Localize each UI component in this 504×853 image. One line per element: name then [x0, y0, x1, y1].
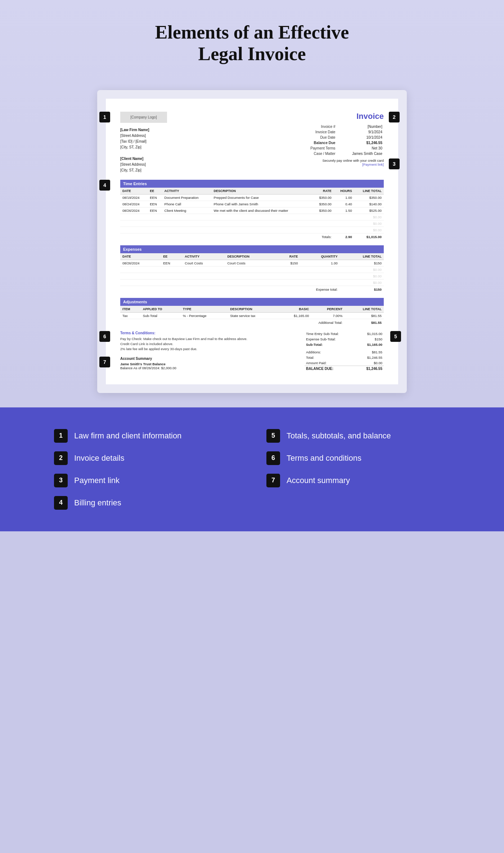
legend-text-6: Terms and conditions [287, 454, 361, 463]
table-row: $0.00 [120, 220, 384, 227]
additions-label: Additions: [305, 349, 356, 355]
th-line-total: LINE TOTAL [354, 188, 384, 195]
account-summary-section: 7 Account Summary Jame Smith's Trust Bal… [120, 357, 296, 370]
th-description: DESCRIPTION [212, 188, 312, 195]
invoice-date-label: Invoice Date [297, 129, 337, 135]
table-row: 08/26/2024 EEN Court Costs Court Costs $… [120, 260, 384, 266]
table-row: $0.00 [120, 273, 384, 279]
th-activity: ACTIVITY [162, 188, 212, 195]
due-date-row: Due Date 10/1/2024 [297, 135, 384, 140]
terms-section: 6 Terms & Conditions: Pay by Check: Make… [120, 331, 296, 352]
legend-badge-1: 1 [54, 429, 68, 443]
legend-section: 1 Law firm and client information 5 Tota… [0, 407, 504, 531]
table-row: 08/26/2024 EEN Client Meeting We met wit… [120, 207, 384, 214]
case-matter-row: Case / Matter James Smith Case [297, 151, 384, 156]
legend-badge-6: 6 [266, 451, 280, 465]
legend-item-empty [266, 496, 450, 510]
additions-value: $81.55 [356, 349, 384, 355]
time-entries-table: DATE EE ACTIVITY DESCRIPTION RATE HOURS … [120, 188, 384, 240]
invoice-title-block: Invoice Invoice # [Number] Invoice Date … [297, 112, 384, 166]
terms-heading: Terms & Conditions: [120, 331, 296, 335]
amount-paid-value: $0.00 [356, 360, 384, 366]
firm-info-block: [Company Logo] [Law Firm Name] [Street A… [120, 112, 167, 173]
table-row: 08/19/2024 EEN Document Preparation Prep… [120, 194, 384, 201]
balance-due-row: Balance Due $1,246.55 [297, 140, 384, 146]
legend-badge-4: 4 [54, 496, 68, 510]
additions-row: Additions: $81.55 [305, 349, 384, 355]
time-entry-subtotal-label: Time Entry Sub-Total: [305, 331, 356, 336]
invoice-word: Invoice [297, 112, 384, 121]
terms-text: Pay by Check: Make check out to Bayview … [120, 336, 296, 352]
totals-table: Time Entry Sub-Total: $1,015.00 Expense … [305, 331, 384, 371]
badge-7: 7 [99, 357, 110, 367]
case-matter-value: James Smith Case [337, 151, 384, 156]
time-entries-header-row: DATE EE ACTIVITY DESCRIPTION RATE HOURS … [120, 188, 384, 195]
balance-due-final-label: BALANCE DUE: [305, 366, 356, 371]
left-column: 6 Terms & Conditions: Pay by Check: Make… [120, 331, 296, 371]
balance-due-final-value: $1,246.55 [356, 366, 384, 371]
badge-2: 2 [389, 112, 400, 122]
trust-balance-label: Jame Smith's Trust Balance [120, 362, 296, 366]
payment-terms-label: Payment Terms [297, 146, 337, 151]
amount-paid-row: Amount Paid: $0.00 [305, 360, 384, 366]
account-summary-heading: Account Summary [120, 357, 296, 361]
invoice-header-section: 1 2 [Company Logo] [Law Firm Name] [Stre… [120, 112, 384, 173]
th-date: DATE [120, 188, 148, 195]
balance-due-label: Balance Due [297, 140, 337, 146]
th-hours: HOURS [334, 188, 354, 195]
due-date-value: 10/1/2024 [337, 135, 384, 140]
expenses-header-row: DATE EE ACTIVITY DESCRIPTION RATE QUANTI… [120, 253, 384, 260]
adjustments-header: Adjustments [120, 298, 384, 306]
payment-terms-value: Net 30 [337, 146, 384, 151]
subtotal-label: Sub-Total: [305, 342, 356, 347]
th-ee: EE [148, 188, 162, 195]
expenses-section: Expenses DATE EE ACTIVITY DESCRIPTION RA… [120, 245, 384, 293]
balance-due-final-row: BALANCE DUE: $1,246.55 [305, 366, 384, 371]
page-wrapper: Elements of an Effective Legal Invoice 1… [0, 0, 504, 531]
invoice-paper: 1 2 [Company Logo] [Law Firm Name] [Stre… [106, 99, 398, 384]
subtotal-row: Sub-Total: $1,165.00 [305, 342, 384, 347]
adjustments-table: ITEM APPLIED TO TYPE DESCRIPTION BASIC P… [120, 306, 384, 326]
adjustments-header-row: ITEM APPLIED TO TYPE DESCRIPTION BASIC P… [120, 306, 384, 313]
payment-link-link[interactable]: [Payment link] [362, 162, 384, 166]
due-date-label: Due Date [297, 135, 337, 140]
amount-paid-label: Amount Paid: [305, 360, 356, 366]
badge-1: 1 [99, 112, 110, 122]
invoice-num-label: Invoice # [297, 124, 337, 129]
table-row: $0.00 [120, 266, 384, 273]
time-entries-table-section: Time Entries DATE EE ACTIVITY DESCRIPTIO… [120, 180, 384, 240]
payment-link-section: Securely pay online with your credit car… [297, 158, 384, 166]
legend-item-2: 2 Invoice details [54, 451, 238, 465]
legend-badge-5: 5 [266, 429, 280, 443]
time-entry-subtotal-row: Time Entry Sub-Total: $1,015.00 [305, 331, 384, 336]
expenses-header: Expenses [120, 245, 384, 253]
expenses-table: DATE EE ACTIVITY DESCRIPTION RATE QUANTI… [120, 253, 384, 293]
bottom-section: 6 Terms & Conditions: Pay by Check: Make… [120, 331, 384, 371]
legend-text-1: Law firm and client information [74, 431, 181, 441]
firm-name: [Law Firm Name] [120, 127, 167, 133]
time-entry-subtotal-value: $1,015.00 [356, 331, 384, 336]
legend-text-2: Invoice details [74, 454, 124, 463]
main-title: Elements of an Effective Legal Invoice [7, 22, 497, 65]
badge-4: 4 [99, 180, 110, 191]
invoice-date-row: Invoice Date 9/1/2024 [297, 129, 384, 135]
payment-terms-row: Payment Terms Net 30 [297, 146, 384, 151]
client-city: [City, ST, Zip] [120, 168, 167, 173]
time-entries-section: 4 Time Entries DATE EE ACTIVITY DESCRIPT… [120, 180, 384, 240]
legend-badge-3: 3 [54, 474, 68, 487]
th-rate: RATE [312, 188, 334, 195]
totals-section: 5 Time Entry Sub-Total: $1,015.00 Expens… [305, 331, 384, 371]
expense-subtotal-label: Expense Sub-Total: [305, 336, 356, 342]
total-row: Total: $1,246.55 [305, 355, 384, 360]
legend-badge-7: 7 [266, 474, 280, 487]
adjustments-section: Adjustments ITEM APPLIED TO TYPE DESCRIP… [120, 298, 384, 326]
legend-text-4: Billing entries [74, 498, 121, 508]
firm-info: [Law Firm Name] [Street Address] [Tax ID… [120, 127, 167, 173]
time-entries-header: Time Entries [120, 180, 384, 188]
expenses-totals-row: Expense total: $150 [120, 286, 384, 293]
table-row: 08/24/2024 EEN Phone Call Phone Call wit… [120, 201, 384, 207]
payment-link-text: Securely pay online with your credit car… [297, 158, 384, 162]
payment-link-container: 3 Securely pay online with your credit c… [297, 158, 384, 166]
case-matter-label: Case / Matter [297, 151, 337, 156]
balance-due-value: $1,246.55 [337, 140, 384, 146]
